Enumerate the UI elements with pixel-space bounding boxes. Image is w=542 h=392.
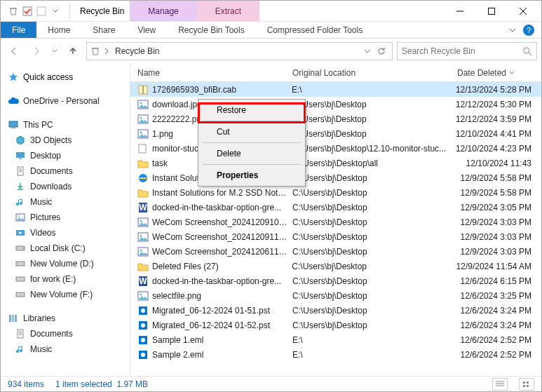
nav-label: Documents [30, 166, 73, 176]
nav-this-pc[interactable]: This PC [1, 117, 130, 133]
menu-restore[interactable]: Restore [200, 101, 304, 119]
nav-pc-new-volume-d-[interactable]: New Volume (D:) [1, 256, 130, 271]
table-row[interactable]: Sample 1.emlE:\12/6/2024 2:52 PM [130, 332, 541, 347]
ctx-tab-manage[interactable]: Manage [130, 1, 196, 21]
table-row[interactable]: WeCom Screenshot_202412091059...C:\Users… [130, 215, 541, 229]
details-view-button[interactable] [492, 378, 508, 391]
address-box[interactable]: Recycle Bin [86, 42, 393, 60]
search-input[interactable]: Search Recycle Bin [397, 42, 537, 60]
nav-lib-documents[interactable]: Documents [1, 326, 130, 342]
col-header-date[interactable]: Date Deleted [453, 68, 541, 78]
nav-onedrive[interactable]: OneDrive - Personal [1, 93, 130, 109]
chevron-right-icon[interactable] [104, 48, 109, 55]
tab-home[interactable]: Home [36, 22, 81, 38]
nav-pc-new-volume-f-[interactable]: New Volume (F:) [1, 287, 130, 302]
file-date: 12/9/2024 3:03 PM [453, 217, 541, 227]
navigation-pane[interactable]: Quick access OneDrive - Personal This PC… [1, 64, 130, 376]
table-row[interactable]: download.jpgC:\Users\bj\Desktop12/12/202… [130, 97, 541, 111]
help-icon[interactable]: ? [523, 25, 534, 36]
address-dropdown-icon[interactable] [364, 48, 371, 55]
minimize-button[interactable] [444, 1, 475, 22]
nav-icon [15, 289, 26, 300]
svg-rect-0 [23, 7, 32, 15]
table-row[interactable]: WeCom Screenshot_202412061139...C:\Users… [130, 244, 541, 259]
table-row[interactable]: 1.pngC:\Users\bj\Desktop12/10/2024 4:41 … [130, 126, 541, 141]
nav-pc-for-work-e-[interactable]: for work (E:) [1, 271, 130, 287]
nav-label: Local Disk (C:) [30, 243, 86, 253]
file-location: C:\Users\bj\Desktop [288, 291, 453, 301]
table-row[interactable]: Migrated_06-12-2024 01-51.pstC:\Users\bj… [130, 303, 541, 318]
svg-rect-19 [15, 315, 17, 322]
tab-share[interactable]: Share [81, 22, 126, 38]
nav-label: Music [30, 197, 52, 207]
dropdown-icon[interactable] [50, 6, 61, 17]
menu-delete[interactable]: Delete [200, 144, 304, 163]
file-date: 12/12/2024 5:30 PM [452, 100, 541, 109]
table-row[interactable]: Instant Solutions for M.2 SSD Not S...C:… [130, 185, 541, 200]
recycle-bin-icon [90, 46, 101, 57]
nav-quick-access[interactable]: Quick access [1, 69, 130, 85]
nav-icon [15, 165, 26, 177]
nav-label: Downloads [30, 182, 72, 191]
menu-properties[interactable]: Properties [200, 166, 304, 184]
table-row[interactable]: Sample 2.emlE:\12/6/2024 2:52 PM [130, 347, 541, 362]
table-row[interactable]: 22222222.pngC:\Users\bj\Desktop12/12/202… [130, 111, 541, 126]
table-row[interactable]: Deleted Files (27)C:\Users\bj\Desktop12/… [130, 259, 541, 273]
maximize-button[interactable] [475, 1, 507, 22]
ctx-tab-extract[interactable]: Extract [197, 1, 259, 21]
table-row[interactable]: WeCom Screenshot_202412091100...C:\Users… [130, 229, 541, 244]
forward-button[interactable] [27, 42, 46, 60]
tab-recycle-bin-tools[interactable]: Recycle Bin Tools [167, 22, 256, 38]
icons-view-button[interactable] [519, 378, 534, 391]
table-row[interactable]: 1726965939_bfiBr.cabE:\12/13/2024 5:28 P… [130, 82, 541, 97]
close-button[interactable] [507, 1, 538, 22]
table-row[interactable]: monitor-stuck-in...C:\Users\bj\Desktop\1… [130, 141, 541, 156]
nav-pc-downloads[interactable]: Downloads [1, 179, 130, 194]
nav-pc-desktop[interactable]: Desktop [1, 148, 130, 163]
nav-pc-local-disk-c-[interactable]: Local Disk (C:) [1, 241, 130, 256]
file-name: 1726965939_bfiBr.cab [152, 85, 236, 95]
file-rows[interactable]: 1726965939_bfiBr.cabE:\12/13/2024 5:28 P… [130, 82, 541, 376]
table-row[interactable]: Wdocked-in-the-taskbar-option-gre...C:\U… [130, 273, 541, 288]
menu-separator [203, 142, 301, 143]
table-row[interactable]: Migrated_06-12-2024 01-52.pstC:\Users\bj… [130, 318, 541, 332]
table-row[interactable]: taskC:\Users\bj\Desktop\all12/10/2024 11… [130, 156, 541, 170]
refresh-icon[interactable] [374, 46, 389, 56]
breadcrumb-segment[interactable]: Recycle Bin [112, 46, 162, 56]
file-name: task [152, 158, 168, 168]
nav-pc-3d-objects[interactable]: 3D Objects [1, 133, 130, 148]
back-button[interactable] [5, 42, 23, 60]
col-header-name[interactable]: Name [130, 68, 288, 78]
nav-pc-music[interactable]: Music [1, 194, 130, 210]
svg-point-3 [524, 48, 529, 53]
file-date: 12/6/2024 6:15 PM [453, 276, 541, 286]
file-name: selectfile.png [152, 291, 201, 301]
nav-pc-videos[interactable]: Videos [1, 225, 130, 241]
menu-cut[interactable]: Cut [200, 123, 304, 141]
libraries-icon [8, 313, 19, 324]
nav-libraries[interactable]: Libraries [1, 311, 130, 326]
up-button[interactable] [64, 42, 82, 60]
nav-pc-documents[interactable]: Documents [1, 163, 130, 179]
nav-lib-music[interactable]: Music [1, 342, 130, 357]
tab-compressed-tools[interactable]: Compressed Folder Tools [256, 22, 374, 38]
table-row[interactable]: Instant Solutions for M.2 SSD Not S...C:… [130, 170, 541, 185]
file-name: Sample 1.eml [152, 335, 203, 345]
col-header-location[interactable]: Original Location [288, 68, 453, 78]
new-folder-icon[interactable] [36, 6, 47, 17]
svg-rect-15 [16, 277, 25, 281]
table-row[interactable]: Wdocked-in-the-taskbar-option-gre...C:\U… [130, 200, 541, 215]
svg-text:W: W [139, 276, 147, 286]
file-location: E:\ [287, 85, 452, 95]
ribbon-expand-icon[interactable] [509, 27, 516, 34]
nav-label: New Volume (D:) [30, 259, 94, 269]
file-tab[interactable]: File [1, 22, 36, 38]
svg-rect-6 [16, 152, 25, 158]
nav-pc-pictures[interactable]: Pictures [1, 210, 130, 225]
properties-checkbox-icon[interactable] [22, 6, 33, 17]
svg-point-24 [140, 102, 142, 104]
recent-dropdown-icon[interactable] [50, 42, 60, 60]
table-row[interactable]: selectfile.pngC:\Users\bj\Desktop12/6/20… [130, 288, 541, 303]
tab-view[interactable]: View [126, 22, 167, 38]
file-name: Migrated_06-12-2024 01-52.pst [152, 320, 270, 330]
